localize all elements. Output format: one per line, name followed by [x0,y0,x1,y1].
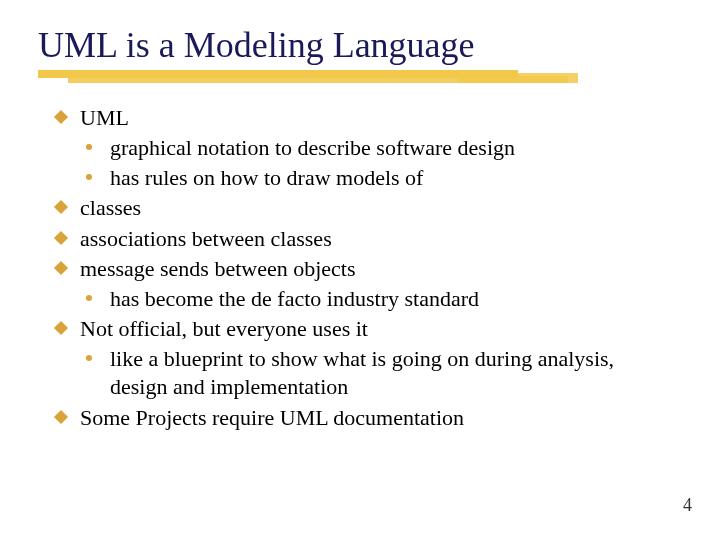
bullet-text: classes [80,195,141,220]
sub-bullet-item: graphical notation to describe software … [56,134,666,162]
bullet-text: has become the de facto industry standar… [110,286,479,311]
bullet-item: Some Projects require UML documentation [56,404,666,432]
slide: UML is a Modeling Language UML graphical… [0,0,720,540]
dot-icon [86,174,92,180]
bullet-item: associations between classes [56,225,666,253]
diamond-icon [54,231,68,245]
page-number: 4 [683,495,692,516]
sub-bullet-item: has rules on how to draw models of [56,164,666,192]
sub-bullet-item: like a blueprint to show what is going o… [56,345,666,401]
bullet-text: graphical notation to describe software … [110,135,515,160]
bullet-item: classes [56,194,666,222]
sub-bullet-item: has become the de facto industry standar… [56,285,666,313]
bullet-item: Not official, but everyone uses it [56,315,666,343]
dot-icon [86,144,92,150]
dot-icon [86,295,92,301]
diamond-icon [54,409,68,423]
bullet-text: associations between classes [80,226,332,251]
diamond-icon [54,200,68,214]
bullet-text: UML [80,105,129,130]
bullet-item: UML [56,104,666,132]
bullet-text: has rules on how to draw models of [110,165,423,190]
diamond-icon [54,261,68,275]
slide-title: UML is a Modeling Language [38,24,475,66]
dot-icon [86,355,92,361]
bullet-item: message sends between objects [56,255,666,283]
bullet-text: Not official, but everyone uses it [80,316,368,341]
slide-body: UML graphical notation to describe softw… [56,104,666,434]
diamond-icon [54,110,68,124]
bullet-text: message sends between objects [80,256,356,281]
bullet-text: like a blueprint to show what is going o… [110,346,614,399]
diamond-icon [54,321,68,335]
bullet-text: Some Projects require UML documentation [80,405,464,430]
title-underline [38,70,578,88]
